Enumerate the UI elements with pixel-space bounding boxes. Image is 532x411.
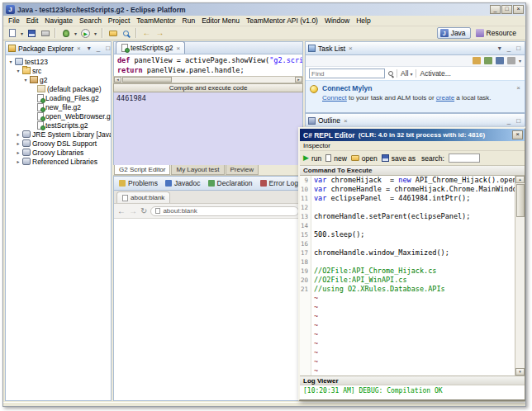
menu-editor-menu[interactable]: Editor Menu [198, 17, 243, 25]
synchronize-icon[interactable] [496, 57, 504, 64]
minimize-view-icon[interactable]: _ [506, 117, 512, 125]
tree-item-new-file-g2[interactable]: new_file.g2 [6, 102, 111, 111]
create-local-task-link[interactable]: create [436, 94, 454, 102]
debug-dropdown-icon[interactable]: ▾ [73, 31, 78, 36]
back-icon[interactable]: ← [117, 207, 126, 215]
tree-item-g2[interactable]: ▾g2 [6, 75, 111, 84]
menu-run[interactable]: Run [179, 17, 199, 25]
connect-link[interactable]: Connect [322, 94, 347, 102]
execution-output[interactable]: 4461984 [113, 92, 303, 165]
menu-search[interactable]: Search [76, 17, 105, 25]
tree-item-src[interactable]: ▾src [6, 66, 111, 75]
tree-item-loading-files-g2[interactable]: Loading_Files.g2 [6, 93, 111, 102]
menu-file[interactable]: File [5, 17, 23, 25]
save-as-button[interactable]: save as [382, 154, 416, 163]
back-button[interactable]: ← [140, 27, 153, 39]
maximize-view-icon[interactable]: □ [515, 45, 522, 52]
browser-tab[interactable]: about:blank [116, 191, 170, 203]
close-icon[interactable]: × [77, 45, 81, 52]
close-icon[interactable]: × [516, 84, 520, 109]
url-bar[interactable]: about:blank [150, 206, 299, 216]
maximize-button[interactable]: □ [501, 5, 512, 14]
compile-execute-button[interactable]: Compile and execute code [113, 83, 303, 92]
scrollbar-thumb[interactable] [122, 77, 172, 83]
menu-project[interactable]: Project [105, 17, 133, 25]
maximize-view-icon[interactable]: □ [104, 45, 112, 52]
repl-code-area[interactable]: 9var chromeHijack = new API_Chrome_Hijac… [300, 176, 525, 376]
tree-item-jre-system-library-javase-1-7[interactable]: ▸JRE System Library [JavaSE-1.7] [6, 130, 111, 139]
new-task-icon[interactable] [473, 57, 481, 64]
menu-teammentor[interactable]: TeamMentor [133, 17, 178, 25]
scroll-right-icon[interactable]: ▸ [295, 77, 302, 83]
search-button[interactable] [120, 27, 132, 39]
tree-item-test123[interactable]: ▾test123 [6, 57, 111, 66]
page-tab-my-layout-test[interactable]: My Layout test [171, 165, 224, 175]
run-dropdown-icon[interactable]: ▾ [93, 31, 98, 36]
perspective-java[interactable]: JJava [437, 27, 471, 39]
menu-window[interactable]: Window [321, 17, 353, 25]
tree-item-groovy-dsl-support[interactable]: ▸Groovy DSL Support [6, 139, 111, 148]
page-tab-g2-script-editor[interactable]: G2 Script Editor [114, 165, 170, 175]
close-button[interactable]: × [513, 5, 524, 14]
tree-item-referenced-libraries[interactable]: ▸Referenced Libraries [6, 157, 111, 166]
expand-arrow-icon[interactable]: ▾ [22, 77, 29, 83]
run-button[interactable]: ▶ run [303, 154, 321, 163]
menu-navigate[interactable]: Navigate [41, 17, 76, 25]
menu-teammentor-api-v1-0[interactable]: TeamMentor API (v1.0) [243, 17, 321, 25]
expand-arrow-icon[interactable]: ▸ [15, 149, 21, 155]
repl-search-input[interactable] [449, 154, 480, 163]
page-tab-preview[interactable]: Preview [226, 165, 259, 175]
scrollbar-thumb[interactable] [516, 184, 525, 217]
save-button[interactable] [26, 27, 38, 39]
minimize-view-icon[interactable]: _ [506, 45, 512, 52]
close-button[interactable]: × [512, 130, 523, 139]
debug-button[interactable] [59, 27, 72, 39]
expand-arrow-icon[interactable]: ▸ [15, 158, 21, 164]
expand-arrow-icon[interactable]: ▸ [15, 131, 21, 137]
new-button[interactable]: new [325, 154, 347, 163]
print-button[interactable] [39, 27, 51, 39]
forward-icon[interactable]: → [129, 207, 137, 215]
editor-code[interactable]: def panelView = activePage.showView("g2.… [113, 54, 303, 76]
expand-arrow-icon[interactable]: ▸ [15, 140, 21, 146]
title-bar[interactable]: J Java - test123/src/testScripts.g2 - Ec… [3, 3, 525, 16]
view-tab-declaration[interactable]: Declaration [205, 177, 256, 190]
scroll-up-icon[interactable]: ▴ [515, 176, 525, 183]
perspective-resource[interactable]: Resource [473, 27, 521, 39]
categorize-icon[interactable] [484, 57, 492, 64]
activate-button[interactable]: Activate... [420, 69, 450, 78]
minimize-button[interactable]: _ [490, 5, 501, 14]
menu-edit[interactable]: Edit [23, 17, 42, 25]
toolbar-dropdown-icon[interactable]: ▾ [519, 58, 521, 64]
maximize-view-icon[interactable]: □ [515, 117, 522, 125]
repl-code[interactable]: 9var chromeHijack = new API_Chrome_Hijac… [300, 176, 515, 376]
menu-help[interactable]: Help [353, 17, 373, 25]
new-project-button[interactable] [107, 27, 119, 39]
view-menu-icon[interactable]: ▾ [496, 45, 503, 52]
close-icon[interactable]: × [344, 117, 348, 125]
tree-item-testscripts-g2[interactable]: testScripts.g2 [6, 120, 111, 130]
new-dropdown-icon[interactable]: ▾ [19, 31, 25, 36]
horizontal-scrollbar[interactable]: ◂ ▸ [113, 76, 303, 83]
close-icon[interactable]: × [177, 45, 181, 52]
tree-item-open-webbrowser-g2[interactable]: open_WebBrowser.g2 [6, 111, 111, 120]
editor-tab-testscripts[interactable]: testScripts.g2 × [116, 41, 185, 54]
close-icon[interactable]: × [349, 45, 353, 52]
find-input[interactable] [309, 68, 385, 78]
new-wizard-button[interactable] [6, 27, 18, 39]
forward-button[interactable]: → [154, 27, 166, 39]
filter-icon[interactable] [507, 57, 515, 64]
refresh-icon[interactable]: ↻ [140, 207, 147, 215]
view-menu-icon[interactable]: ▾ [86, 45, 93, 52]
vertical-scrollbar[interactable]: ▴ ▾ [515, 176, 525, 376]
minimize-view-icon[interactable]: _ [95, 45, 102, 52]
expand-arrow-icon[interactable]: ▾ [7, 59, 14, 64]
repl-title-bar[interactable]: C# REPL Editor (CLR: 4.0 in 32 bit proce… [300, 129, 525, 141]
tree-item-groovy-libraries[interactable]: ▸Groovy Libraries [6, 148, 111, 157]
view-tab-problems[interactable]: Problems [116, 177, 161, 190]
scroll-left-icon[interactable]: ◂ [114, 77, 121, 83]
tree-item-default-package[interactable]: (default package) [6, 84, 111, 93]
run-button[interactable]: ▶ [79, 27, 92, 39]
all-filter-button[interactable]: All ▾ [401, 69, 412, 78]
expand-arrow-icon[interactable]: ▾ [15, 68, 21, 73]
